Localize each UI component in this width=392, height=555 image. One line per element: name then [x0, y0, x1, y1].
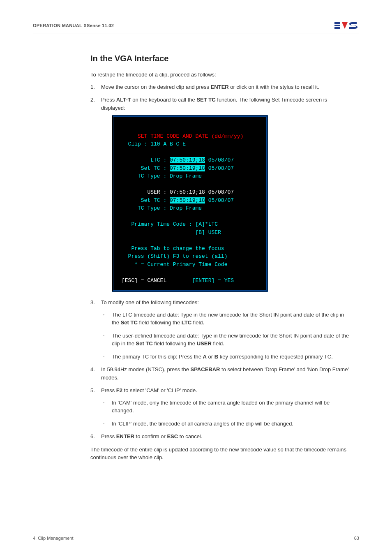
footer-page-number: 63 [354, 536, 359, 541]
step-3-item-primary: The primary TC for this clip: Press the … [101, 353, 351, 361]
step-4: In 59.94Hz modes (NTSC), press the SPACE… [90, 365, 351, 382]
footer-left: 4. Clip Management [33, 536, 73, 541]
svg-marker-3 [342, 22, 348, 29]
step-6: Press ENTER to confirm or ESC to cancel. [90, 432, 351, 441]
step-1: Move the cursor on the desired clip and … [90, 83, 351, 91]
evs-logo [334, 21, 359, 30]
step-5: Press F2 to select 'CAM' or 'CLIP' mode.… [90, 386, 351, 428]
steps-list: Move the cursor on the desired clip and … [90, 83, 351, 441]
step-3-item-user: The user-defined timecode and date: Type… [101, 332, 351, 348]
step-5-item-clip: In 'CLIP' mode, the timecode of all came… [101, 420, 351, 428]
svg-rect-0 [334, 22, 340, 24]
step-5-sublist: In 'CAM' mode, only the timecode of the … [101, 399, 351, 428]
svg-rect-2 [334, 27, 340, 29]
intro-text: To restripe the timecode of a clip, proc… [90, 71, 351, 79]
step-3-item-ltc: The LTC timecode and date: Type in the n… [101, 311, 351, 327]
step-3-sublist: The LTC timecode and date: Type in the n… [101, 311, 351, 361]
closing-text: The timecode of the entire clip is updat… [90, 446, 351, 462]
step-3: To modify one of the following timecodes… [90, 298, 351, 361]
step-5-item-cam: In 'CAM' mode, only the timecode of the … [101, 399, 351, 415]
page-header: OPERATION MANUAL XSense 11.02 [33, 21, 359, 33]
svg-rect-1 [334, 25, 340, 26]
terminal-screenshot: SET TIME CODE AND DATE (dd/mm/yy) Clip :… [112, 115, 351, 292]
page-footer: 4. Clip Management 63 [33, 536, 359, 541]
header-title: OPERATION MANUAL XSense 11.02 [33, 23, 114, 28]
step-2: Press ALT-T on the keyboard to call the … [90, 96, 351, 292]
section-heading: In the VGA Interface [90, 54, 351, 63]
